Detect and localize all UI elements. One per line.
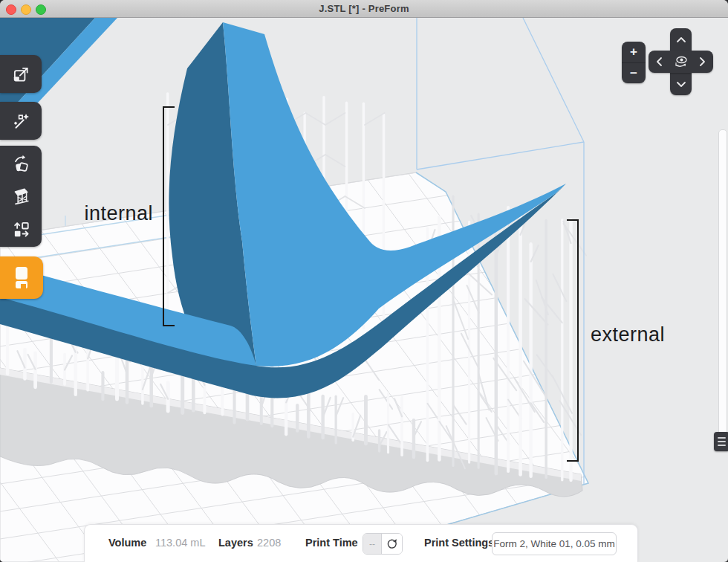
zoom-in-button[interactable]: + bbox=[622, 42, 646, 62]
supports-icon bbox=[11, 187, 30, 206]
tool-group bbox=[0, 146, 42, 247]
print-settings-button[interactable]: Form 2, White 01, 0.05 mm bbox=[492, 532, 617, 555]
volume-value: 113.04 mL bbox=[155, 537, 205, 549]
panel-toggle-button[interactable] bbox=[714, 432, 728, 451]
window-title: J.STL [*] - PreForm bbox=[0, 3, 728, 14]
scene-3d bbox=[0, 18, 728, 562]
orbit-eye-icon bbox=[673, 54, 689, 70]
zoom-controls: + − bbox=[622, 42, 646, 83]
orbit-up-button[interactable] bbox=[670, 28, 692, 51]
external-bracket bbox=[567, 219, 579, 462]
refresh-icon bbox=[386, 538, 398, 550]
print-time-label: Print Time bbox=[305, 537, 358, 549]
layout-icon bbox=[11, 219, 30, 239]
orbit-left-button[interactable] bbox=[649, 51, 670, 73]
chevron-down-icon bbox=[676, 81, 686, 88]
orient-tool-button[interactable] bbox=[0, 147, 42, 180]
layout-tool-button[interactable] bbox=[0, 213, 42, 245]
chevron-up-icon bbox=[676, 36, 686, 43]
layers-value: 2208 bbox=[257, 537, 281, 549]
print-time-refresh-button[interactable] bbox=[382, 534, 402, 554]
chevron-left-icon bbox=[656, 56, 663, 67]
side-panel-handle[interactable] bbox=[718, 129, 727, 446]
orbit-pad bbox=[649, 28, 713, 95]
orbit-center-button[interactable] bbox=[670, 51, 692, 73]
status-bar: Volume 113.04 mL Layers 2208 Print Time … bbox=[84, 524, 638, 562]
zoom-out-button[interactable]: − bbox=[622, 62, 646, 84]
cartridge-icon bbox=[10, 265, 33, 291]
rotate-icon bbox=[11, 154, 30, 173]
chevron-right-icon bbox=[699, 56, 706, 67]
titlebar: J.STL [*] - PreForm bbox=[0, 0, 728, 18]
orbit-down-button[interactable] bbox=[670, 73, 692, 95]
external-label: external bbox=[591, 323, 665, 346]
layers-label: Layers bbox=[218, 537, 253, 549]
print-settings-value: Form 2, White 01, 0.05 mm bbox=[493, 538, 615, 549]
viewport-3d[interactable]: internal external bbox=[0, 18, 728, 562]
size-tool-button[interactable] bbox=[0, 55, 42, 93]
internal-bracket bbox=[163, 106, 175, 326]
volume-label: Volume bbox=[108, 537, 146, 549]
preform-window: internal external J.STL [*] - PreForm bbox=[0, 0, 728, 562]
print-tool-button[interactable] bbox=[0, 256, 43, 299]
supports-tool-button[interactable] bbox=[0, 180, 42, 213]
internal-label: internal bbox=[43, 202, 153, 225]
print-time-value: -- bbox=[363, 534, 382, 554]
scale-icon bbox=[11, 65, 30, 84]
magic-wand-icon bbox=[11, 112, 30, 131]
print-settings-label: Print Settings bbox=[424, 537, 494, 549]
one-click-print-tool-button[interactable] bbox=[0, 102, 42, 140]
print-time-chip: -- bbox=[363, 533, 403, 555]
orbit-right-button[interactable] bbox=[692, 51, 713, 73]
